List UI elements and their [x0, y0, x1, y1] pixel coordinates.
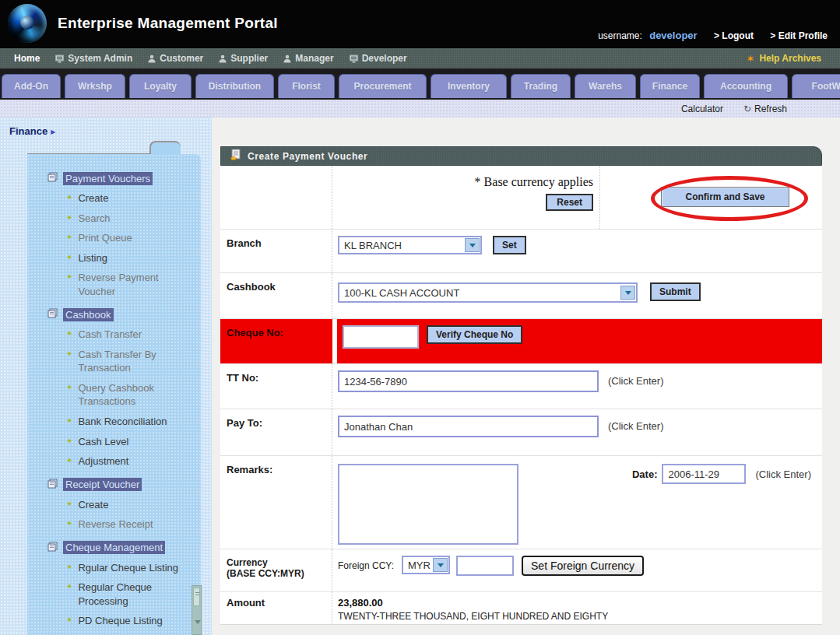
sidebar-item-create-receipt[interactable]: ✦Create: [66, 495, 192, 515]
documents-icon: [47, 478, 58, 492]
scrollbar-down-arrow-icon[interactable]: [195, 620, 201, 624]
tt-no-input[interactable]: [338, 370, 599, 392]
help-star-icon: ✶: [747, 53, 755, 65]
sidebar-item-pd-cheque-listing[interactable]: ✦PD Cheque Listing: [66, 611, 192, 631]
sidebar-item-reverse-receipt[interactable]: ✦Reverse Receipt: [66, 514, 192, 535]
nav-item-manager[interactable]: Manager: [283, 53, 333, 64]
sidebar-item-cash-transfer[interactable]: ✦Cash Transfer: [66, 325, 192, 345]
empty-label-cell: [220, 166, 332, 229]
section-items: ✦Create ✦Search ✦Print Queue ✦Listing ✦R…: [66, 188, 201, 301]
sidebar-item-rgular-cheque-listing[interactable]: ✦Rgular Cheque Listing: [66, 558, 192, 578]
sidebar-item-pd-cheque[interactable]: ✦PD Cheque: [66, 631, 192, 635]
ccy-selected-value: MYR: [403, 560, 433, 571]
form-header-icon: [230, 149, 241, 163]
sidebar-item-label: Adjustment: [78, 454, 128, 468]
nav-item-supplier[interactable]: Supplier: [219, 53, 268, 64]
help-archives-link[interactable]: ✶ Help Archives: [747, 48, 822, 68]
dropdown-arrow-icon[interactable]: [620, 286, 635, 300]
pay-to-input[interactable]: [338, 416, 599, 437]
sidebar-item-label: Query Cashbook Transactions: [78, 381, 192, 409]
nav-item-label: System Admin: [68, 53, 132, 64]
main-nav: Home System Admin Customer Supplier Mana…: [0, 48, 840, 68]
tab-add-on[interactable]: Add-On: [2, 74, 61, 98]
nav-item-home[interactable]: Home: [14, 53, 40, 64]
sidebar-item-cash-level[interactable]: ✦Cash Level: [66, 432, 192, 452]
sidebar-scrollbar[interactable]: [192, 585, 202, 635]
payment-voucher-form: * Base currency applies Reset Confirm an…: [220, 166, 822, 625]
remarks-textarea[interactable]: [338, 464, 518, 545]
amount-value: 23,880.00: [338, 597, 822, 609]
dropdown-arrow-icon[interactable]: [433, 558, 448, 572]
tab-loyalty[interactable]: Loyalty: [129, 74, 192, 98]
form-row-amount: Amount 23,880.00 TWENTY-THREE THOUSAND, …: [220, 592, 822, 625]
foreign-ccy-select[interactable]: MYR: [402, 556, 450, 574]
tab-footwear[interactable]: FootWe: [792, 74, 840, 98]
sidebar-item-listing[interactable]: ✦Listing: [66, 248, 192, 268]
star-bullet-icon: ✦: [66, 233, 72, 241]
sidebar-section-cashbook[interactable]: Cashbook: [47, 307, 201, 321]
tab-distribution[interactable]: Distribution: [195, 74, 274, 98]
tab-warehs[interactable]: Warehs: [575, 74, 636, 98]
calculator-link[interactable]: Calculator: [681, 103, 723, 114]
cashbook-select[interactable]: 100-KL CASH ACCOUNT: [338, 282, 638, 303]
tab-florist[interactable]: Florist: [278, 74, 335, 98]
section-title: Receipt Voucher: [63, 478, 142, 491]
sidebar-item-print-queue[interactable]: ✦Print Queue: [66, 228, 192, 248]
foreign-ccy-amount-input[interactable]: [456, 556, 514, 576]
branch-select[interactable]: KL BRANCH: [338, 236, 482, 254]
nav-item-developer[interactable]: Developer: [350, 53, 407, 64]
sidebar-item-query-cashbook-transactions[interactable]: ✦Query Cashbook Transactions: [66, 378, 192, 412]
sidebar-item-regular-cheque-processing[interactable]: ✦Regular Cheque Processing: [66, 577, 192, 611]
form-header: Create Payment Voucher: [220, 146, 822, 166]
refresh-link[interactable]: ↻ Refresh: [743, 103, 787, 114]
form-row-tt-no: TT No: (Click Enter): [220, 364, 822, 409]
set-foreign-currency-button[interactable]: Set Foreign Currency: [522, 556, 644, 576]
star-bullet-icon: ✦: [66, 253, 72, 261]
documents-icon: [47, 171, 58, 185]
tab-inventory[interactable]: Inventory: [431, 74, 507, 98]
form-row-cashbook: Cashbook 100-KL CASH ACCOUNT Submit: [220, 273, 822, 319]
sidebar-section-payment-vouchers[interactable]: Payment Vouchers: [47, 171, 201, 185]
tab-procurement[interactable]: Procurement: [339, 74, 427, 98]
section-items: ✦Create ✦Reverse Receipt: [66, 495, 201, 535]
tab-wrkshp[interactable]: Wrkshp: [65, 74, 125, 98]
nav-item-customer[interactable]: Customer: [148, 53, 203, 64]
sidebar-item-search[interactable]: ✦Search: [66, 209, 192, 229]
tab-accounting[interactable]: Accounting: [704, 74, 788, 98]
sidebar-item-adjustment[interactable]: ✦Adjustment: [66, 451, 192, 472]
cashbook-label: Cashbook: [220, 273, 332, 318]
sidebar-item-label: Bank Reconciliation: [78, 415, 167, 429]
sidebar-item-bank-reconciliation[interactable]: ✦Bank Reconciliation: [66, 412, 192, 432]
submit-cashbook-button[interactable]: Submit: [650, 282, 701, 301]
sidebar-context-label[interactable]: Finance▸: [9, 125, 55, 137]
sidebar-item-reverse-payment-voucher[interactable]: ✦Reverse Payment Voucher: [66, 268, 192, 301]
logout-link[interactable]: > Logout: [714, 30, 754, 41]
tab-trading[interactable]: Trading: [511, 74, 571, 98]
star-bullet-icon: ✦: [66, 582, 72, 591]
sidebar-item-label: Search: [78, 212, 110, 226]
utility-strip: Calculator ↻ Refresh: [0, 100, 840, 118]
dropdown-arrow-icon[interactable]: [465, 238, 480, 252]
module-tabs: Add-On Wrkshp Loyalty Distribution Flori…: [2, 74, 840, 98]
amount-label: Amount: [220, 592, 332, 624]
set-branch-button[interactable]: Set: [493, 236, 526, 254]
confirm-and-save-button[interactable]: Confirm and Save: [661, 187, 789, 207]
star-bullet-icon: ✦: [66, 500, 72, 508]
sidebar-item-cash-transfer-by-transaction[interactable]: ✦Cash Transfer By Transaction: [66, 345, 192, 378]
reset-button[interactable]: Reset: [546, 194, 593, 211]
sidebar-item-create-payment-voucher[interactable]: ✦Create: [66, 188, 192, 209]
currency-label-line2: (BASE CCY:MYR): [227, 568, 332, 579]
sidebar-section-cheque-management[interactable]: Cheque Management: [47, 541, 201, 555]
sidebar-item-label: Rgular Cheque Listing: [78, 561, 178, 575]
cheque-no-input[interactable]: [343, 325, 419, 349]
sidebar-section-receipt-voucher[interactable]: Receipt Voucher: [47, 478, 201, 492]
tab-finance[interactable]: Finance: [640, 74, 700, 98]
scrollbar-thumb[interactable]: [193, 588, 200, 606]
nav-item-system-admin[interactable]: System Admin: [55, 53, 132, 64]
date-input[interactable]: [662, 464, 746, 484]
amount-field: 23,880.00 TWENTY-THREE THOUSAND, EIGHT H…: [332, 592, 822, 624]
sidebar-context-text: Finance: [9, 125, 47, 137]
form-title: Create Payment Voucher: [248, 151, 367, 162]
verify-cheque-no-button[interactable]: Verify Cheque No: [427, 325, 522, 344]
edit-profile-link[interactable]: > Edit Profile: [770, 30, 828, 41]
